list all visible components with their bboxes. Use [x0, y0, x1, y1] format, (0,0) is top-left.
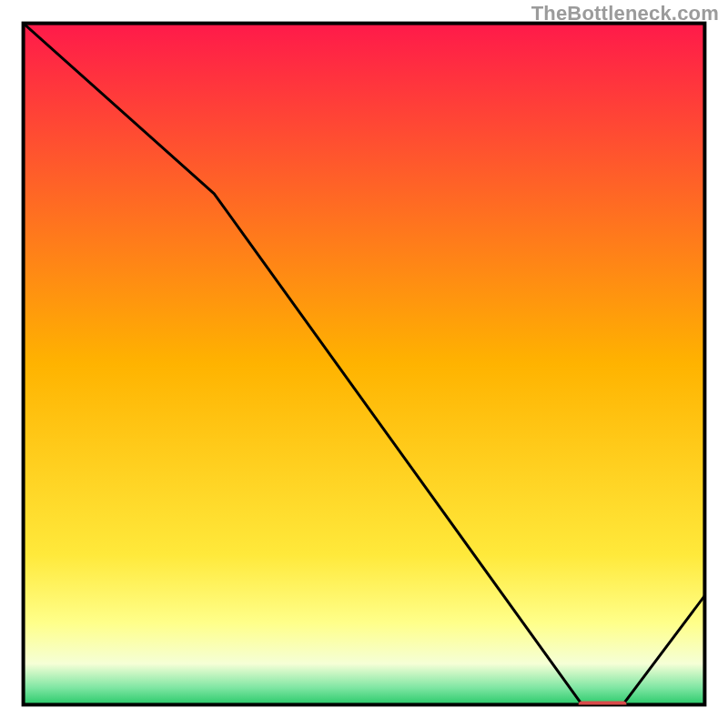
chart-svg: [0, 0, 728, 728]
gradient-background: [24, 24, 705, 705]
chart-stage: TheBottleneck.com: [0, 0, 728, 728]
